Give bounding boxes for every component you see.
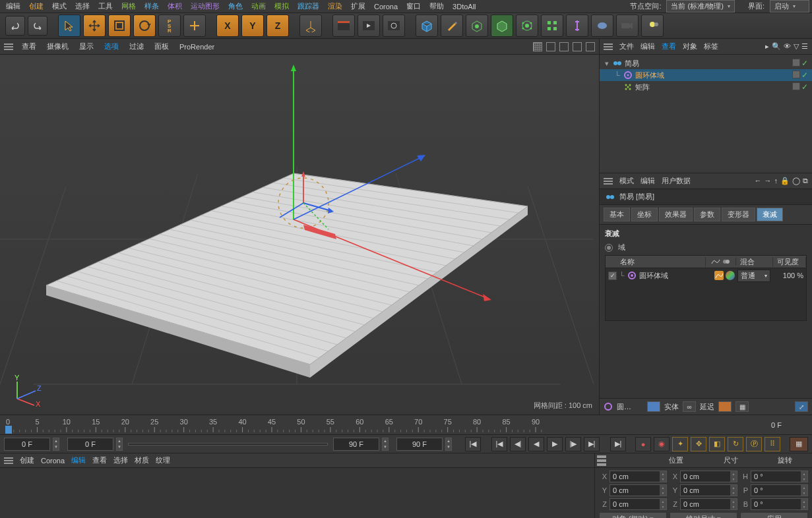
pos-X[interactable]: 0 cm▲▼: [609, 471, 667, 482]
mat-edit[interactable]: 编辑: [71, 455, 86, 465]
vp-grid-icon[interactable]: [533, 42, 542, 51]
menu-渲染[interactable]: 渲染: [325, 0, 346, 13]
solid-icon[interactable]: [647, 401, 660, 412]
menu-创建[interactable]: 创建: [26, 0, 47, 13]
key-pla[interactable]: ⠿: [765, 437, 780, 451]
render-settings[interactable]: [383, 14, 405, 37]
rot-P[interactable]: 0 °▲▼: [751, 484, 808, 496]
tab-效果器[interactable]: 效果器: [659, 208, 693, 221]
spin[interactable]: ▲▼: [382, 438, 389, 451]
vp-view[interactable]: 查看: [20, 40, 38, 53]
tree-row-矩阵[interactable]: 矩阵✓: [600, 81, 812, 93]
blend-dropdown[interactable]: 普通: [737, 270, 770, 282]
axis-x-toggle[interactable]: X: [216, 14, 239, 37]
axis-y-toggle[interactable]: Y: [241, 14, 264, 37]
field-list[interactable]: └ 圆环体域 普通 100 %: [605, 268, 807, 321]
render-view[interactable]: [332, 14, 355, 37]
tab-变形器[interactable]: 变形器: [722, 208, 755, 221]
hamburger-icon[interactable]: [604, 178, 613, 185]
move-tool[interactable]: [83, 14, 106, 37]
hamburger-icon[interactable]: [4, 457, 13, 464]
lastused-tool[interactable]: [183, 14, 206, 37]
key-param[interactable]: Ⓟ: [746, 437, 762, 451]
start-frame-field[interactable]: 0 F: [4, 438, 50, 451]
vp-icon5[interactable]: [586, 42, 595, 51]
mat-corona[interactable]: Corona: [41, 457, 65, 465]
hamburger-icon[interactable]: [597, 454, 606, 467]
generator2[interactable]: [491, 14, 513, 37]
menu-模式[interactable]: 模式: [49, 0, 70, 13]
mograph[interactable]: [541, 14, 563, 37]
tree-row-简易[interactable]: ▾简易✓: [600, 57, 812, 69]
om-eye-icon[interactable]: 👁: [784, 42, 791, 51]
am-mode[interactable]: 模式: [619, 176, 634, 186]
rot-B[interactable]: 0 °▲▼: [751, 498, 808, 510]
size-Y[interactable]: 0 cm▲▼: [680, 484, 737, 496]
record-button[interactable]: ●: [635, 437, 651, 451]
om-file[interactable]: 文件: [619, 42, 634, 51]
icon-b[interactable]: ▦: [735, 401, 749, 412]
end-frame-field2[interactable]: 90 F: [396, 438, 443, 451]
menu-3DtoAll[interactable]: 3DtoAll: [449, 1, 479, 12]
apply-button[interactable]: 应用: [740, 512, 808, 518]
mat-view[interactable]: 查看: [92, 455, 107, 465]
pos-Z[interactable]: 0 cm▲▼: [609, 498, 667, 510]
vp-box-icon[interactable]: [546, 42, 555, 51]
menu-网格[interactable]: 网格: [118, 0, 139, 13]
vp-camera[interactable]: 摄像机: [45, 40, 71, 53]
light-add[interactable]: [641, 14, 664, 37]
vp-prorender[interactable]: ProRender: [177, 42, 216, 52]
tab-参数[interactable]: 参数: [694, 208, 720, 221]
vp-options[interactable]: 选项: [102, 40, 121, 53]
nav-back-icon[interactable]: ←: [755, 177, 762, 185]
cur-frame-field[interactable]: 0 F: [67, 438, 113, 451]
field[interactable]: [516, 14, 538, 37]
axis-z-toggle[interactable]: Z: [266, 14, 289, 37]
menu-工具[interactable]: 工具: [95, 0, 116, 13]
menu-编辑[interactable]: 编辑: [3, 0, 24, 13]
play-fwd[interactable]: ▶: [547, 437, 563, 451]
goto-end[interactable]: ▶|: [610, 437, 626, 451]
scale-tool[interactable]: [108, 14, 131, 37]
hamburger-icon[interactable]: [4, 43, 13, 50]
camera-add[interactable]: [616, 14, 639, 37]
redo-button[interactable]: [28, 16, 47, 36]
end-frame-field[interactable]: 90 F: [333, 438, 379, 451]
row-checkbox[interactable]: [608, 272, 617, 280]
menu-体积[interactable]: 体积: [164, 0, 185, 13]
mat-texture[interactable]: 纹理: [156, 455, 170, 465]
menu-帮助[interactable]: 帮助: [426, 0, 447, 13]
menu-窗口[interactable]: 窗口: [403, 0, 424, 13]
om-edit[interactable]: 编辑: [640, 42, 655, 51]
spin[interactable]: ▲▼: [53, 438, 59, 451]
spline-pen[interactable]: [441, 14, 463, 37]
om-search-icon[interactable]: 🔍: [772, 42, 781, 51]
om-arrow-icon[interactable]: ▸: [765, 42, 769, 51]
next-frame[interactable]: |▶: [565, 437, 581, 451]
material-area[interactable]: [0, 468, 594, 518]
am-userdata[interactable]: 用户数据: [662, 176, 691, 186]
tab-基本[interactable]: 基本: [604, 208, 630, 221]
vp-icon3[interactable]: [559, 42, 569, 51]
menu-扩展[interactable]: 扩展: [348, 0, 369, 13]
nav-up-icon[interactable]: ↑: [774, 177, 778, 185]
delay-icon[interactable]: ∞: [683, 401, 696, 412]
select-tool[interactable]: [58, 14, 80, 37]
menu-动画[interactable]: 动画: [248, 0, 269, 13]
lock-icon[interactable]: 🔒: [780, 177, 790, 185]
field-list-row[interactable]: └ 圆环体域 普通 100 %: [606, 268, 806, 283]
key-rotate[interactable]: ↻: [728, 437, 743, 451]
mode-dropdown[interactable]: 对象 (相对) ▾: [599, 512, 667, 518]
pos-Y[interactable]: 0 cm▲▼: [609, 484, 667, 496]
object-tree[interactable]: ▾简易✓└圆环体域✓矩阵✓: [600, 55, 812, 173]
menu-Corona[interactable]: Corona: [371, 1, 401, 12]
layout-dropdown[interactable]: 启动: [770, 0, 809, 13]
circle-icon[interactable]: ◯: [792, 177, 800, 185]
om-filter-icon[interactable]: ▽: [794, 42, 799, 51]
viewport[interactable]: 透视视图 默认摄像机 ⊕⊕ YXZ 网格间距 : 100 cm: [0, 55, 599, 415]
timeline-ruler[interactable]: 051015202530354045505560657075808590 0 F: [0, 415, 812, 434]
om-tags[interactable]: 标签: [704, 42, 718, 51]
size-mode-dropdown[interactable]: 绝对尺寸 ▾: [670, 512, 737, 518]
menu-选择[interactable]: 选择: [72, 0, 93, 13]
am-edit[interactable]: 编辑: [640, 176, 655, 186]
